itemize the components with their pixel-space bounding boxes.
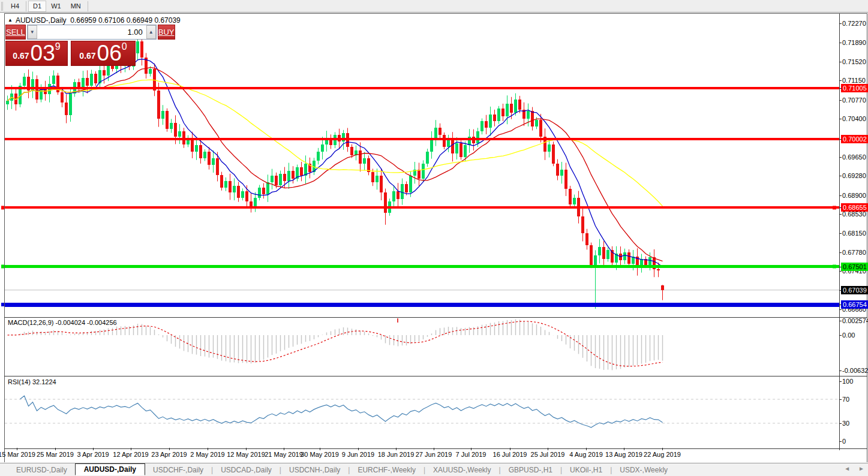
price-tick-label: 0.70400 — [842, 115, 866, 123]
axis-tick — [839, 271, 842, 272]
volume-input[interactable] — [37, 25, 146, 39]
axis-tick — [839, 80, 842, 81]
date-label: 23 Apr 2019 — [151, 451, 187, 458]
date-label: 12 May 2019 — [227, 451, 265, 458]
axis-tick — [839, 290, 842, 291]
buy-button[interactable]: BUY — [158, 25, 175, 40]
chart-ohlc-values: 0.66959 0.67106 0.66949 0.67039 — [70, 16, 181, 25]
date-label: 22 Aug 2019 — [644, 451, 681, 458]
axis-tick — [839, 267, 842, 267]
axis-tick — [839, 214, 842, 215]
macd-tick-label: 0.00 — [842, 331, 855, 339]
price-tick-label: 0.67780 — [842, 248, 866, 257]
price-tick-label: 0.70770 — [842, 96, 866, 104]
buy-price-button[interactable]: 0.67 06 0 — [71, 41, 136, 66]
volume-increase-button[interactable]: ▲ — [146, 25, 156, 39]
tab-scroll-right-icon[interactable]: ► — [858, 465, 864, 472]
date-label: 4 Aug 2019 — [569, 451, 603, 458]
macd-pane-separator[interactable] — [4, 317, 867, 318]
chevron-up-icon: ▲ — [149, 29, 154, 35]
axis-tick — [839, 441, 842, 442]
date-label: 15 Mar 2019 — [0, 451, 35, 458]
axis-tick — [839, 100, 842, 101]
axis-tick — [839, 88, 842, 89]
tab-audusd-daily[interactable]: AUDUSD-,Daily — [75, 463, 145, 475]
axis-tick — [839, 335, 842, 336]
date-label: 7 Jul 2019 — [456, 451, 486, 458]
axis-tick — [839, 23, 842, 24]
volume-decrease-button[interactable]: ▼ — [28, 25, 37, 39]
symbol-tab-bar: EURUSD-,DailyAUDUSD-,DailyUSDCHF-,Daily|… — [0, 463, 868, 476]
volume-stepper: ▼ ▲ — [27, 25, 157, 40]
collapse-panel-icon[interactable]: ▲ — [8, 17, 13, 23]
rsi-tick-label: 70 — [842, 395, 849, 403]
time-axis-separator — [4, 448, 867, 449]
axis-tick — [839, 207, 842, 208]
date-label: 30 May 2019 — [301, 451, 339, 458]
price-level-label: 0.70002 — [841, 135, 868, 143]
tab-eurchf-weekly[interactable]: EURCHF-,Weekly — [350, 465, 423, 475]
date-tick — [662, 448, 663, 450]
axis-tick — [839, 309, 842, 310]
price-tick-label: 0.69280 — [842, 171, 866, 180]
tab-ukoil-h1[interactable]: UKOil-,H1 — [562, 465, 610, 475]
rsi-tick-label: 0 — [842, 437, 846, 445]
date-tick — [396, 448, 397, 450]
sell-price-button[interactable]: 0.67 03 9 — [5, 41, 68, 66]
tab-scroll-left-icon[interactable]: ◄ — [844, 465, 850, 472]
tab-usdcad-daily[interactable]: USDCAD-,Daily — [213, 465, 280, 475]
rsi-indicator-label: RSI(14) 32.1224 — [8, 378, 56, 385]
sell-button[interactable]: SELL — [5, 25, 26, 40]
chart-symbol-label: AUDUSD-,Daily — [16, 16, 67, 25]
price-level-label: 0.68655 — [841, 203, 868, 212]
tab-usdchf-daily[interactable]: USDCHF-,Daily — [145, 465, 211, 475]
axis-tick — [839, 233, 842, 234]
date-label: 13 Aug 2019 — [605, 451, 642, 458]
price-level-label: 0.67039 — [841, 286, 868, 294]
price-level-label: 0.67501 — [841, 263, 868, 271]
buy-price-prefix: 0.67 — [79, 51, 95, 61]
date-label: 12 Apr 2019 — [113, 451, 148, 458]
tab-gbpusd-h1[interactable]: GBPUSD-,H1 — [501, 465, 560, 475]
tab-usdx-weekly[interactable]: USDX-,Weekly — [612, 465, 675, 475]
date-tick — [358, 448, 359, 450]
tab-eurusd-daily[interactable]: EURUSD-,Daily — [8, 465, 75, 475]
date-label: 25 Jul 2019 — [531, 451, 565, 458]
date-label: 25 Mar 2019 — [37, 451, 74, 458]
tab-xauusd-weekly[interactable]: XAUUSD-,Weekly — [425, 465, 498, 475]
price-level-label: 0.71005 — [841, 84, 868, 92]
date-label: 27 Jun 2019 — [416, 451, 452, 458]
macd-indicator-label: MACD(12,26,9) -0.004024 -0.004256 — [8, 319, 117, 326]
price-tick-label: 0.69650 — [842, 153, 866, 161]
axis-tick — [839, 252, 842, 253]
date-tick — [586, 448, 587, 450]
chart-title: ▲AUDUSD-,Daily 0.66959 0.67106 0.66949 0… — [8, 16, 181, 25]
date-label: 21 May 2019 — [265, 451, 303, 458]
price-chart[interactable] — [0, 0, 868, 476]
date-label: 3 Apr 2019 — [77, 451, 109, 458]
price-axis-border — [839, 13, 840, 450]
mt4-window: H4D1W1MN ▲AUDUSD-,Daily 0.66959 0.67106 … — [0, 0, 868, 476]
date-tick — [246, 448, 247, 450]
date-tick — [471, 448, 471, 450]
date-tick — [55, 448, 56, 450]
axis-tick — [839, 370, 842, 371]
date-label: 2 May 2019 — [190, 451, 224, 458]
rsi-pane-separator[interactable] — [4, 376, 867, 376]
date-tick — [17, 448, 17, 450]
one-click-trading-panel: SELL ▼ ▲ BUY 0.67 03 9 0.67 06 0 — [5, 25, 136, 66]
date-tick — [434, 448, 434, 450]
tab-usdcnh-daily[interactable]: USDCNH-,Daily — [281, 465, 348, 475]
date-tick — [208, 448, 208, 450]
axis-tick — [839, 139, 842, 140]
date-tick — [320, 448, 320, 450]
macd-tick-label: 0.002574 — [842, 317, 868, 325]
axis-tick — [839, 176, 842, 176]
axis-tick — [839, 62, 842, 62]
rsi-tick-label: 30 — [842, 419, 849, 427]
axis-tick — [839, 157, 842, 158]
sell-price-prefix: 0.67 — [13, 51, 29, 61]
price-tick-label: 0.71890 — [842, 38, 866, 47]
axis-tick — [839, 381, 842, 382]
buy-price-pip-digit: 0 — [122, 43, 127, 51]
